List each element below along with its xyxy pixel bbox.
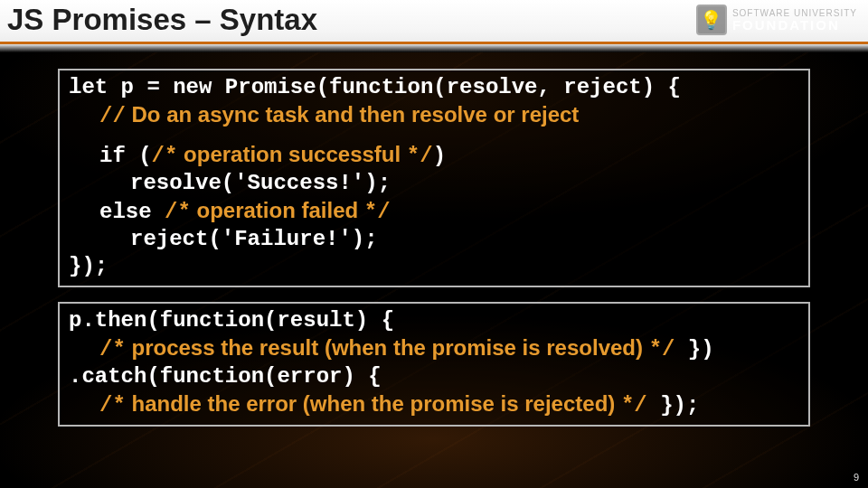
code-comment: // Do an async task and then resolve or … — [69, 101, 799, 130]
logo-line-2: FOUNDATION — [732, 18, 857, 32]
code-block-1: let p = new Promise(function(resolve, re… — [58, 69, 810, 287]
logo-text: SOFTWARE UNIVERSITY FOUNDATION — [732, 9, 857, 32]
code-line: p.then(function(result) { — [69, 307, 799, 334]
title-underline — [0, 42, 868, 52]
code-line: resolve('Success!'); — [69, 170, 799, 197]
code-line: let p = new Promise(function(resolve, re… — [69, 74, 799, 101]
logo-line-1: SOFTWARE UNIVERSITY — [732, 9, 857, 18]
slide-content: let p = new Promise(function(resolve, re… — [0, 52, 868, 427]
code-block-2: p.then(function(result) { /* process the… — [58, 302, 810, 427]
blank-line — [69, 130, 799, 141]
code-line: if (/* operation successful */) — [69, 141, 799, 170]
code-line: .catch(function(error) { — [69, 363, 799, 390]
code-line: else /* operation failed */ — [69, 197, 799, 226]
foundation-logo: 💡 SOFTWARE UNIVERSITY FOUNDATION — [696, 5, 857, 35]
code-comment: /* process the result (when the promise … — [69, 334, 799, 363]
code-line: reject('Failure!'); — [69, 226, 799, 253]
code-line: }); — [69, 253, 799, 280]
lightbulb-icon: 💡 — [696, 5, 727, 35]
slide-title: JS Promises – Syntax — [7, 3, 317, 36]
page-number: 9 — [854, 472, 859, 483]
code-comment: /* handle the error (when the promise is… — [69, 390, 799, 419]
